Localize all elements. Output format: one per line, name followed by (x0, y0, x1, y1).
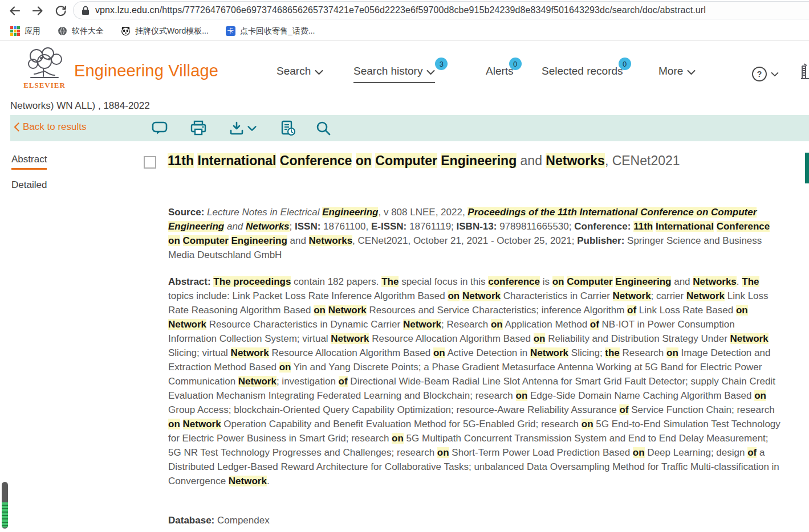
elsevier-tree-icon (24, 47, 65, 80)
saved-searches-icon (280, 120, 296, 136)
alerts-count-badge: 0 (509, 58, 522, 70)
browser-reload-button[interactable] (52, 3, 68, 19)
download-progress-indicator (2, 482, 8, 529)
url-path: /https/77726476706e69737468656265737421e… (160, 5, 706, 15)
search-history-count-badge: 3 (435, 58, 448, 70)
abstract-paragraph: Abstract: The proceedings contain 182 pa… (168, 275, 782, 488)
globe-icon (58, 26, 67, 36)
back-to-results-label: Back to results (23, 121, 87, 133)
brand-title[interactable]: Engineering Village (74, 62, 218, 80)
saved-record-history-button[interactable] (279, 120, 296, 137)
browser-back-button[interactable] (7, 3, 23, 19)
nav-more-label: More (658, 65, 683, 77)
print-button[interactable] (190, 120, 207, 137)
screen: vpnx.lzu.edu.cn/https/77726476706e697374… (0, 0, 809, 532)
bookmark-label: 软件大全 (72, 26, 104, 36)
browser-forward-button[interactable] (30, 3, 46, 19)
chevron-down-icon (771, 72, 779, 77)
database-line: Database: Compendex (168, 513, 782, 527)
svg-text:?: ? (757, 69, 762, 79)
comment-button[interactable] (151, 120, 168, 137)
bookmark-software[interactable]: 软件大全 (58, 26, 104, 36)
chevron-left-icon (14, 122, 19, 132)
select-record-checkbox[interactable] (144, 156, 156, 169)
source-paragraph: Source: Lecture Notes in Electrical Engi… (168, 205, 782, 262)
progress-fill (2, 502, 8, 527)
bookmarks-bar: 应用 软件大全 挂牌仪式Word模板... 卡 点卡回收寄售_话费... (0, 22, 809, 40)
search-query-line: Networks) WN ALL) , 1884-2022 (10, 100, 809, 112)
chevron-down-icon (315, 69, 323, 75)
search-icon (315, 120, 331, 136)
back-arrow-icon (8, 4, 22, 18)
nav-selected-records-label: Selected records (542, 65, 623, 77)
help-icon: ? (751, 66, 767, 82)
search-within-record-button[interactable] (315, 120, 332, 137)
download-icon (229, 121, 244, 136)
tab-detailed[interactable]: Detailed (11, 179, 47, 191)
tab-abstract[interactable]: Abstract (11, 154, 47, 170)
back-to-results-link[interactable]: Back to results (14, 121, 87, 133)
bookmark-word-template[interactable]: 挂牌仪式Word模板... (121, 26, 209, 36)
card-icon: 卡 (226, 26, 235, 36)
nav-more[interactable]: More (658, 65, 696, 77)
url-domain: vpnx.lzu.edu.cn (95, 5, 160, 15)
help-menu-button[interactable]: ? (751, 66, 779, 82)
lock-icon (82, 6, 90, 15)
selected-records-count-badge: 0 (619, 58, 631, 70)
browser-url-row: vpnx.lzu.edu.cn/https/77726476706e697374… (0, 0, 809, 22)
panda-icon (121, 26, 131, 36)
nav-search[interactable]: Search (277, 65, 323, 77)
chevron-down-icon (247, 125, 257, 132)
address-bar[interactable]: vpnx.lzu.edu.cn/https/77726476706e697374… (73, 1, 809, 19)
forward-arrow-icon (31, 4, 44, 18)
bookmark-apps[interactable]: 应用 (10, 26, 40, 36)
institution-icon[interactable] (801, 63, 809, 82)
bookmark-label: 应用 (25, 26, 40, 36)
printer-icon (190, 120, 206, 136)
nav-alerts-label: Alerts (486, 65, 514, 77)
elsevier-wordmark: ELSEVIER (22, 81, 67, 90)
chevron-down-icon (687, 69, 696, 75)
record-toolbar: Back to results (10, 115, 809, 141)
record-title: 11th International Conference on Compute… (168, 152, 773, 170)
nav-search-label: Search (277, 65, 311, 77)
chevron-down-icon (426, 69, 435, 75)
reload-icon (54, 5, 67, 18)
browser-chrome: vpnx.lzu.edu.cn/https/77726476706e697374… (0, 0, 809, 41)
record-content: Abstract Detailed 11th International Con… (0, 141, 809, 532)
url-text: vpnx.lzu.edu.cn/https/77726476706e697374… (95, 5, 706, 15)
bookmark-card-resale[interactable]: 卡 点卡回收寄售_话费... (226, 26, 315, 36)
bookmark-label: 挂牌仪式Word模板... (135, 26, 209, 36)
nav-search-history[interactable]: Search history 3 (353, 65, 435, 83)
apps-grid-icon (10, 26, 20, 36)
elsevier-logo[interactable]: ELSEVIER (22, 47, 67, 90)
nav-alerts[interactable]: Alerts 0 (486, 65, 514, 77)
nav-selected-records[interactable]: Selected records 0 (542, 65, 623, 77)
download-button[interactable] (228, 120, 258, 137)
bookmark-label: 点卡回收寄售_话费... (240, 26, 315, 36)
site-header: ELSEVIER Engineering Village Search Sear… (0, 41, 809, 98)
nav-search-history-label: Search history (353, 65, 422, 77)
scrollbar-thumb[interactable] (805, 153, 809, 183)
comment-icon (152, 121, 168, 136)
